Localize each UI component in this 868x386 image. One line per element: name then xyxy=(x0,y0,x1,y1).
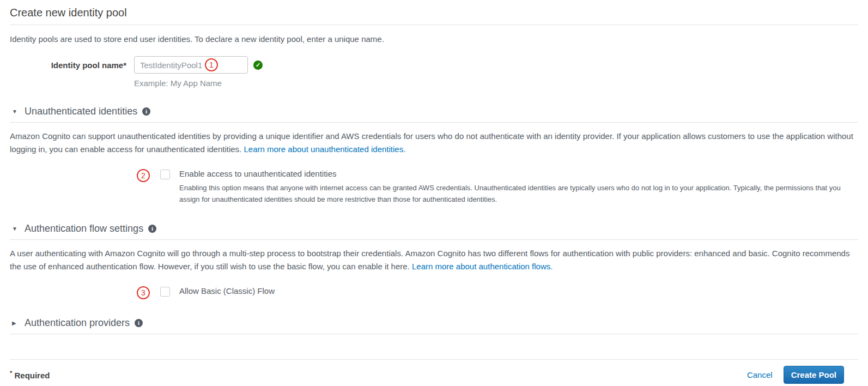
enable-unauthenticated-label[interactable]: Enable access to unauthenticated identit… xyxy=(179,169,845,178)
footer: * Required Cancel Create Pool xyxy=(10,360,858,384)
section-title: Unauthenticated identities xyxy=(25,106,137,117)
section-header-authentication-flow-settings[interactable]: ▼ Authentication flow settings i xyxy=(10,223,858,234)
divider xyxy=(10,122,858,123)
enable-unauthenticated-checkbox[interactable] xyxy=(160,170,170,179)
section-header-authentication-providers[interactable]: ▶ Authentication providers i xyxy=(10,317,858,329)
valid-check-icon: ✓ xyxy=(253,61,263,70)
caret-right-icon: ▶ xyxy=(12,319,20,327)
divider xyxy=(10,334,858,334)
identity-pool-name-label: Identity pool name* xyxy=(10,56,126,88)
annotation-circle-3: 3 xyxy=(137,286,150,299)
allow-basic-flow-checkbox[interactable] xyxy=(160,287,170,297)
allow-basic-flow-row: 3 Allow Basic (Classic) Flow xyxy=(10,286,858,299)
annotation-circle-1: 1 xyxy=(205,58,218,71)
section-title: Authentication providers xyxy=(25,317,130,329)
section-header-unauthenticated-identities[interactable]: ▼ Unauthenticated identities i xyxy=(10,106,858,117)
learn-more-unauthenticated-link[interactable]: Learn more about unauthenticated identit… xyxy=(244,144,405,154)
caret-down-icon: ▼ xyxy=(12,108,20,116)
create-pool-button[interactable]: Create Pool xyxy=(784,366,844,384)
intro-text: Identity pools are used to store end use… xyxy=(10,34,858,44)
enable-unauthenticated-description: Enabling this option means that anyone w… xyxy=(179,182,845,205)
learn-more-authentication-flows-link[interactable]: Learn more about authentication flows. xyxy=(412,262,553,271)
section-authentication-flow-settings: ▼ Authentication flow settings i A user … xyxy=(10,223,858,299)
divider xyxy=(10,25,858,25)
section-title: Authentication flow settings xyxy=(25,223,143,234)
identity-pool-name-row: Identity pool name* 1 ✓ Example: My App … xyxy=(10,56,858,88)
info-icon[interactable]: i xyxy=(135,319,143,327)
allow-basic-flow-label[interactable]: Allow Basic (Classic) Flow xyxy=(179,286,275,295)
section-authentication-providers: ▶ Authentication providers i xyxy=(10,317,858,334)
annotation-circle-2: 2 xyxy=(137,169,150,182)
section-description: A user authenticating with Amazon Cognit… xyxy=(10,247,858,273)
identity-pool-name-input[interactable] xyxy=(134,56,248,74)
create-identity-pool-page: Create new identity pool Identity pools … xyxy=(0,0,868,384)
page-title: Create new identity pool xyxy=(10,7,858,19)
cancel-button[interactable]: Cancel xyxy=(747,370,773,379)
section-unauthenticated-identities: ▼ Unauthenticated identities i Amazon Co… xyxy=(10,106,858,205)
info-icon[interactable]: i xyxy=(148,225,156,233)
name-example-hint: Example: My App Name xyxy=(134,79,263,88)
divider xyxy=(10,239,858,240)
enable-unauthenticated-row: 2 Enable access to unauthenticated ident… xyxy=(10,169,858,205)
section-description: Amazon Cognito can support unauthenticat… xyxy=(10,130,858,156)
required-note: * Required xyxy=(10,370,50,380)
caret-down-icon: ▼ xyxy=(12,225,20,233)
info-icon[interactable]: i xyxy=(142,107,150,116)
